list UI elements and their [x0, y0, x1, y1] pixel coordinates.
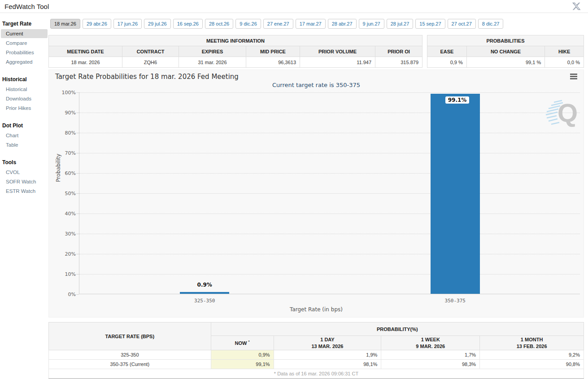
- tab-18-mar-26[interactable]: 18 mar.26: [50, 19, 80, 29]
- sidebar-item-prior-hikes[interactable]: Prior Hikes: [1, 104, 48, 113]
- y-tick-10: [76, 274, 79, 274]
- sidebar-item-table[interactable]: Table: [1, 140, 48, 149]
- subheader-1-month: 1 MONTH13 FEB. 2026: [480, 336, 584, 350]
- tab-29-jul-26[interactable]: 29 jul.26: [144, 19, 171, 29]
- probability-cell: 98,1%: [274, 360, 381, 369]
- value-no-change: 99,1 %: [466, 57, 544, 68]
- y-tick-20: [76, 254, 79, 254]
- data-label-350-375: 99.1%: [445, 96, 470, 104]
- sidebar-item-sofr-watch[interactable]: SOFR Watch: [1, 177, 48, 186]
- y-tick-label-50: 50%: [56, 191, 76, 196]
- y-tick-40: [76, 213, 79, 214]
- column-header-no-change: NO CHANGE: [466, 46, 544, 57]
- sidebar-item-compare[interactable]: Compare: [1, 39, 48, 48]
- bar-325-350[interactable]: [180, 292, 229, 294]
- sidebar-item-current[interactable]: Current: [1, 29, 48, 38]
- column-header-meeting-date: MEETING DATE: [49, 46, 122, 57]
- probability-cell: 98,3%: [381, 360, 480, 369]
- tab-29-abr-26[interactable]: 29 abr.26: [83, 19, 111, 29]
- tab-27-ene-27[interactable]: 27 ene.27: [263, 19, 293, 29]
- sidebar-section-tools: ToolsCVOLSOFR WatchESTR Watch: [0, 157, 48, 196]
- column-header-expires: EXPIRES: [179, 46, 246, 57]
- tab-28-oct-26[interactable]: 28 oct.26: [205, 19, 233, 29]
- value-prior-oi: 315.879: [375, 57, 422, 68]
- sidebar-header-dot-plot: Dot Plot: [0, 120, 48, 131]
- probability-group-header: PROBABILITY(%): [211, 322, 584, 336]
- data-as-of-footnote: * Data as of 16 mar. 2026 09:06:31 CT: [49, 369, 584, 379]
- sidebar-item-probabilities[interactable]: Probabilities: [1, 48, 48, 57]
- y-tick-label-40: 40%: [56, 211, 76, 217]
- y-tick-label-0: 0%: [56, 292, 76, 297]
- sidebar-item-historical[interactable]: Historical: [1, 85, 48, 94]
- x-axis-title: Target Rate (in bps): [49, 306, 584, 313]
- table-row-350-375-current: 350-375 (Current)99,1%98,1%98,3%90,8%: [49, 360, 584, 369]
- y-tick-70: [76, 153, 79, 153]
- gridline-60: [79, 173, 580, 174]
- y-tick-100: [76, 92, 79, 93]
- sidebar-item-estr-watch[interactable]: ESTR Watch: [1, 187, 48, 196]
- gridline-70: [79, 153, 580, 153]
- y-tick-label-100: 100%: [56, 90, 76, 96]
- probability-cell: 90,8%: [480, 360, 584, 369]
- probability-cell: 9,2%: [480, 350, 584, 360]
- value-meeting-date: 18 mar. 2026: [49, 57, 122, 68]
- column-header-prior-oi: PRIOR OI: [375, 46, 422, 57]
- tab-27-oct-27[interactable]: 27 oct.27: [448, 19, 476, 29]
- column-header-mid-price: MID PRICE: [246, 46, 300, 57]
- y-tick-label-30: 30%: [56, 231, 76, 237]
- chart-subtitle: Current target rate is 350-375: [49, 82, 584, 88]
- tab-16-sep-26[interactable]: 16 sep.26: [173, 19, 203, 29]
- meeting-date-tabs: 18 mar.2629 abr.2617 jun.2629 jul.2616 s…: [50, 19, 503, 29]
- value-expires: 31 mar. 2026: [179, 57, 246, 68]
- x-tick-label-325-350: 325-350: [178, 298, 231, 304]
- gridline-100: [79, 92, 580, 93]
- tab-28-jul-27[interactable]: 28 jul.27: [387, 19, 414, 29]
- target-rate-bps-header: TARGET RATE (BPS): [49, 322, 211, 350]
- tab-15-sep-27[interactable]: 15 sep.27: [415, 19, 445, 29]
- y-tick-60: [76, 173, 79, 174]
- y-tick-label-70: 70%: [56, 150, 76, 156]
- gridline-80: [79, 133, 580, 133]
- bar-350-375[interactable]: [431, 94, 480, 294]
- info-tables: MEETING INFORMATIONMEETING DATECONTRACTE…: [48, 35, 584, 67]
- probability-cell: 99,1%: [211, 360, 274, 369]
- app-header: FedWatch Tool: [0, 0, 588, 13]
- sidebar-item-aggregated[interactable]: Aggregated: [1, 57, 48, 66]
- y-tick-label-60: 60%: [56, 170, 76, 176]
- y-tick-50: [76, 193, 79, 194]
- sidebar-item-downloads[interactable]: Downloads: [1, 94, 48, 103]
- value-prior-volume: 11.947: [300, 57, 375, 68]
- sidebar-section-historical: HistoricalHistoricalDownloadsPrior Hikes: [0, 74, 48, 113]
- table-row-325-350: 325-3500,9%1,9%1,7%9,2%: [49, 350, 584, 360]
- y-tick-80: [76, 133, 79, 133]
- tab-8-dic-27[interactable]: 8 dic.27: [478, 19, 504, 29]
- sidebar-item-cvol[interactable]: CVOL: [1, 168, 48, 177]
- y-tick-label-80: 80%: [56, 130, 76, 136]
- tab-17-jun-26[interactable]: 17 jun.26: [113, 19, 142, 29]
- tab-9-dic-26[interactable]: 9 dic.26: [235, 19, 261, 29]
- tab-28-abr-27[interactable]: 28 abr.27: [328, 19, 357, 29]
- y-tick-label-10: 10%: [56, 271, 76, 277]
- column-header-hike: HIKE: [545, 46, 584, 57]
- meeting-information-title: MEETING INFORMATION: [49, 35, 422, 46]
- tab-9-jun-27[interactable]: 9 jun.27: [359, 19, 384, 29]
- x-share-icon[interactable]: [572, 2, 581, 11]
- subheader-now: NOW *: [211, 336, 274, 350]
- target-rate-cell: 325-350: [49, 350, 211, 360]
- sidebar: Target RateCurrentCompareProbabilitiesAg…: [0, 18, 48, 203]
- y-axis-title: Probability: [55, 154, 61, 182]
- value-hike: 0,0 %: [545, 57, 584, 68]
- plot-area: 0%10%20%30%40%50%60%70%80%90%100%0.9%325…: [79, 92, 580, 294]
- sidebar-item-chart[interactable]: Chart: [1, 131, 48, 140]
- sidebar-section-dot-plot: Dot PlotChartTable: [0, 120, 48, 149]
- gridline-20: [79, 254, 580, 254]
- tab-17-mar-27[interactable]: 17 mar.27: [296, 19, 326, 29]
- value-contract: ZQH6: [122, 57, 179, 68]
- probabilities-summary-table: PROBABILITIESEASENO CHANGEHIKE0,9 %99,1 …: [427, 35, 584, 68]
- gridline-90: [79, 113, 580, 113]
- subheader-1-day: 1 DAY13 MAR. 2026: [274, 336, 381, 350]
- meeting-information-table: MEETING INFORMATIONMEETING DATECONTRACTE…: [48, 35, 422, 68]
- hamburger-menu-icon[interactable]: [570, 74, 577, 79]
- svg-text:Q: Q: [558, 98, 578, 127]
- value-ease: 0,9 %: [427, 57, 467, 68]
